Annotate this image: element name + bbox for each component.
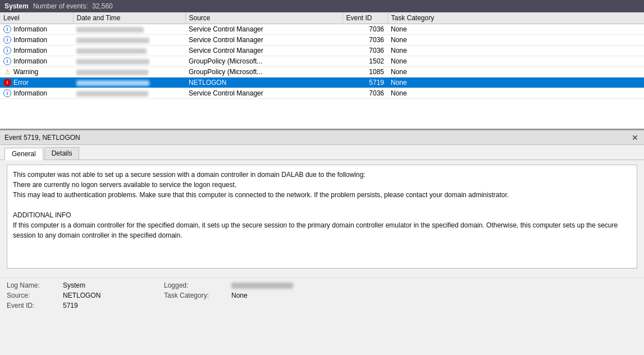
datetime-cell xyxy=(73,78,185,88)
level-text: Warning xyxy=(13,68,38,76)
tab-details[interactable]: Details xyxy=(44,147,80,160)
close-button[interactable]: ✕ xyxy=(631,134,640,142)
table-row[interactable]: iInformationGroupPolicy (Microsoft...150… xyxy=(0,56,644,67)
meta-info: Log Name: System Logged: Source: NETLOGO… xyxy=(0,277,644,313)
table-row[interactable]: iInformationService Control Manager7036N… xyxy=(0,88,644,99)
event-count-label: Number of events: 32,560 xyxy=(33,2,113,10)
event-list-panel: Level Date and Time Source Event ID Task… xyxy=(0,12,644,129)
info-icon: i xyxy=(3,89,11,97)
source-cell: Service Control Manager xyxy=(185,45,342,56)
table-row[interactable]: !ErrorNETLOGON5719None xyxy=(0,78,644,88)
detail-header: Event 5719, NETLOGON ✕ xyxy=(0,130,644,145)
level-text: Information xyxy=(13,57,47,65)
logged-label: Logged: xyxy=(164,281,231,289)
table-row[interactable]: ⚠WarningGroupPolicy (Microsoft...1085Non… xyxy=(0,67,644,78)
col-header-source[interactable]: Source xyxy=(185,12,342,24)
level-text: Error xyxy=(13,79,29,87)
taskcategory-cell: None xyxy=(387,67,644,78)
info-icon: i xyxy=(3,36,11,44)
col-header-taskcategory[interactable]: Task Category xyxy=(387,12,644,24)
info-icon: i xyxy=(3,57,11,65)
datetime-cell xyxy=(73,67,185,78)
eventid-cell: 7036 xyxy=(342,45,387,56)
event-id-value: 5719 xyxy=(63,302,164,310)
info-icon: i xyxy=(3,25,11,33)
warning-icon: ⚠ xyxy=(3,68,11,76)
detail-title: Event 5719, NETLOGON xyxy=(4,134,80,142)
datetime-cell xyxy=(73,88,185,99)
detail-text-box[interactable]: This computer was not able to set up a s… xyxy=(7,165,637,268)
taskcategory-cell: None xyxy=(387,78,644,88)
taskcategory-cell: None xyxy=(387,56,644,67)
level-text: Information xyxy=(13,47,47,54)
task-category-value: None xyxy=(231,292,344,299)
datetime-cell xyxy=(73,35,185,45)
taskcategory-cell: None xyxy=(387,88,644,99)
source-label: Source: xyxy=(7,292,63,299)
level-text: Information xyxy=(13,25,47,33)
log-name-label: Log Name: xyxy=(7,281,63,289)
logged-value xyxy=(231,281,344,289)
datetime-cell xyxy=(73,45,185,56)
source-cell: Service Control Manager xyxy=(185,24,342,35)
source-value: NETLOGON xyxy=(63,292,164,299)
source-cell: Service Control Manager xyxy=(185,88,342,99)
level-text: Information xyxy=(13,36,47,44)
datetime-cell xyxy=(73,24,185,35)
info-icon: i xyxy=(3,47,11,54)
eventid-cell: 7036 xyxy=(342,24,387,35)
taskcategory-cell: None xyxy=(387,35,644,45)
source-cell: Service Control Manager xyxy=(185,35,342,45)
task-category-label: Task Category: xyxy=(164,292,231,299)
source-cell: GroupPolicy (Microsoft... xyxy=(185,56,342,67)
title-bar: System Number of events: 32,560 xyxy=(0,0,644,12)
table-row[interactable]: iInformationService Control Manager7036N… xyxy=(0,45,644,56)
eventid-cell: 7036 xyxy=(342,35,387,45)
tabs-bar: General Details xyxy=(0,145,644,160)
col-header-level[interactable]: Level xyxy=(0,12,73,24)
detail-panel: Event 5719, NETLOGON ✕ General Details T… xyxy=(0,129,644,313)
log-name-value: System xyxy=(63,281,164,289)
event-table: Level Date and Time Source Event ID Task… xyxy=(0,12,644,99)
table-header-row: Level Date and Time Source Event ID Task… xyxy=(0,12,644,24)
eventid-cell: 5719 xyxy=(342,78,387,88)
error-icon: ! xyxy=(3,79,11,87)
tab-general[interactable]: General xyxy=(4,148,43,160)
eventid-cell: 1502 xyxy=(342,56,387,67)
event-table-wrapper[interactable]: Level Date and Time Source Event ID Task… xyxy=(0,12,644,117)
app-title: System xyxy=(4,2,29,10)
eventid-cell: 1085 xyxy=(342,67,387,78)
source-cell: GroupPolicy (Microsoft... xyxy=(185,67,342,78)
source-cell: NETLOGON xyxy=(185,78,342,88)
table-row[interactable]: iInformationService Control Manager7036N… xyxy=(0,35,644,45)
col-header-datetime[interactable]: Date and Time xyxy=(73,12,185,24)
table-row[interactable]: iInformationService Control Manager7036N… xyxy=(0,24,644,35)
taskcategory-cell: None xyxy=(387,24,644,35)
event-id-label: Event ID: xyxy=(7,302,63,310)
col-header-eventid[interactable]: Event ID xyxy=(342,12,387,24)
taskcategory-cell: None xyxy=(387,45,644,56)
level-text: Information xyxy=(13,89,47,97)
detail-content: This computer was not able to set up a s… xyxy=(0,160,644,277)
datetime-cell xyxy=(73,56,185,67)
eventid-cell: 7036 xyxy=(342,88,387,99)
